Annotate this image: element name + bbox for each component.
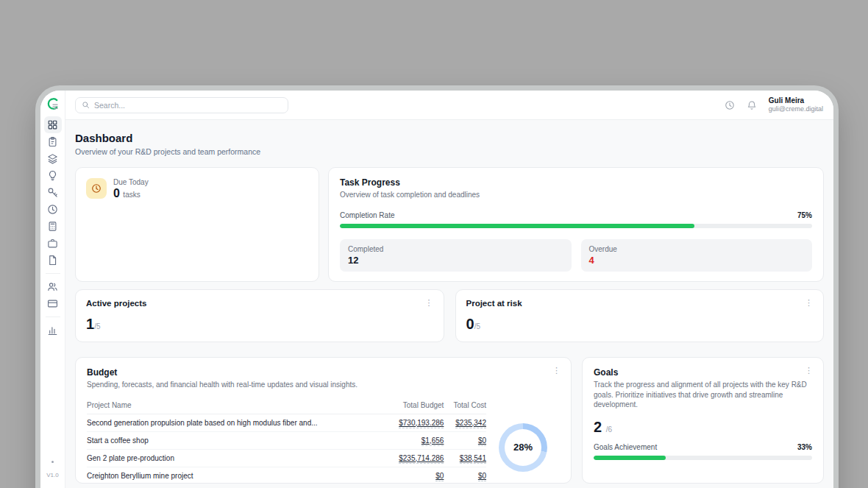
budget-title: Budget	[87, 367, 560, 378]
notifications-bell-icon[interactable]	[747, 100, 757, 110]
goals-value: 2 /6	[594, 419, 812, 436]
sidebar-item-analytics[interactable]	[44, 322, 62, 339]
column-total-budget: Total Budget	[385, 397, 444, 414]
budget-table: Project Name Total Budget Total Cost Sec…	[87, 397, 486, 484]
budget-card: Budget ⋮ Spending, forecasts, and financ…	[75, 357, 572, 484]
goals-progress-fill	[594, 456, 666, 460]
project-at-risk-title: Project at risk	[466, 299, 814, 308]
due-today-label: Due Today	[113, 178, 149, 186]
completed-box: Completed 12	[340, 239, 572, 272]
search-box[interactable]	[75, 97, 288, 113]
sidebar-item-team[interactable]	[44, 278, 62, 295]
budget-subtitle: Spending, forecasts, and financial healt…	[87, 380, 560, 390]
task-progress-subtitle: Overview of task completion and deadline…	[340, 190, 812, 200]
creme-logo-icon	[46, 97, 60, 110]
sidebar-item-resources[interactable]	[44, 184, 62, 201]
overdue-box: Overdue 4	[581, 239, 813, 272]
goals-progress-bar	[594, 456, 812, 460]
goals-achievement-label: Goals Achievement	[594, 443, 657, 451]
project-name-cell: Creighton Beryllium mine project	[87, 467, 385, 484]
table-row[interactable]: Gen 2 plate pre-production $235,714.286 …	[87, 449, 486, 467]
tasks-clipboard-icon	[47, 136, 58, 147]
completed-label: Completed	[348, 245, 563, 253]
sidebar-item-ideas[interactable]	[44, 167, 62, 184]
sidebar-item-portfolio[interactable]	[44, 235, 62, 252]
main-area: Guli Meira guli@creme.digital Dashboard …	[65, 91, 833, 488]
sidebar-item-dashboard[interactable]	[44, 116, 62, 133]
user-menu[interactable]: Guli Meira guli@creme.digital	[769, 96, 823, 114]
dashboard-grid-icon	[47, 119, 58, 130]
table-row[interactable]: Second generation propulsion plate based…	[87, 414, 486, 431]
completion-rate-percent: 75%	[797, 211, 812, 219]
total-budget-value[interactable]: $235,714.286	[399, 454, 444, 464]
sidebar-item-tasks[interactable]	[44, 133, 62, 150]
app-version: V1.0	[40, 472, 65, 478]
total-budget-value[interactable]: $1,656	[421, 436, 444, 446]
idea-lightbulb-icon	[47, 170, 58, 181]
sidebar-item-billing[interactable]	[44, 295, 62, 312]
time-clock-icon	[47, 204, 58, 215]
total-cost-value[interactable]: $235,342	[455, 419, 486, 428]
search-input[interactable]	[94, 101, 282, 110]
due-today-icon-box	[86, 178, 107, 199]
sidebar: V1.0	[40, 91, 65, 488]
search-icon	[82, 101, 90, 109]
total-cost-value[interactable]: $38,541	[460, 454, 486, 464]
sidebar-divider	[46, 273, 60, 274]
completion-progress-fill	[340, 224, 694, 228]
total-budget-value[interactable]: $730,193.286	[399, 419, 444, 428]
kebab-menu-icon[interactable]: ⋮	[802, 297, 816, 308]
project-name-cell: Start a coffee shop	[87, 431, 385, 449]
dashboard-content: Dashboard Overview of your R&D projects …	[65, 120, 833, 488]
goals-subtitle: Track the progress and alignment of all …	[594, 380, 812, 410]
collapse-dot-icon[interactable]	[51, 461, 54, 463]
budget-donut-percent: 28%	[505, 429, 541, 466]
budget-donut-chart: 28%	[499, 423, 547, 472]
completion-progress-bar	[340, 224, 812, 228]
sidebar-item-documents[interactable]	[44, 252, 62, 269]
briefcase-icon	[47, 238, 58, 249]
total-cost-value[interactable]: $0	[478, 472, 486, 481]
goals-total: /6	[606, 425, 612, 434]
kebab-menu-icon[interactable]: ⋮	[422, 297, 436, 308]
project-at-risk-total: /5	[474, 322, 480, 330]
table-row[interactable]: Creighton Beryllium mine project $0 $0	[87, 467, 486, 484]
kebab-menu-icon[interactable]: ⋮	[802, 365, 816, 376]
page-subtitle: Overview of your R&D projects and team p…	[75, 147, 824, 156]
document-icon	[47, 255, 58, 266]
active-projects-value: 1/5	[86, 316, 433, 333]
kebab-menu-icon[interactable]: ⋮	[549, 365, 563, 376]
table-row[interactable]: Start a coffee shop $1,656 $0	[87, 431, 486, 449]
sidebar-item-layers[interactable]	[44, 150, 62, 167]
active-projects-card: Active projects ⋮ 1/5	[75, 289, 444, 342]
task-progress-title: Task Progress	[340, 177, 812, 188]
sidebar-footer: V1.0	[40, 461, 65, 478]
analytics-chart-icon	[47, 325, 58, 336]
due-today-unit: tasks	[123, 191, 140, 199]
project-name-cell: Second generation propulsion plate based…	[87, 414, 385, 431]
active-projects-title: Active projects	[86, 299, 433, 308]
app-window: V1.0	[40, 91, 833, 488]
completion-rate-label: Completion Rate	[340, 211, 394, 219]
active-projects-total: /5	[94, 322, 100, 330]
topbar: Guli Meira guli@creme.digital	[65, 91, 833, 120]
goals-card: Goals ⋮ Track the progress and alignment…	[582, 357, 824, 484]
layers-icon	[47, 153, 58, 164]
overdue-value: 4	[589, 255, 805, 266]
goals-achievement-percent: 33%	[797, 443, 812, 451]
overdue-label: Overdue	[589, 245, 805, 253]
due-clock-icon	[91, 183, 102, 194]
due-today-card: Due Today 0 tasks	[75, 167, 319, 282]
team-users-icon	[47, 281, 58, 292]
history-clock-icon[interactable]	[725, 100, 735, 110]
sidebar-item-calculator[interactable]	[44, 218, 62, 235]
total-cost-value[interactable]: $0	[478, 436, 486, 446]
budget-header-row: Project Name Total Budget Total Cost	[87, 397, 486, 414]
billing-card-icon	[47, 298, 58, 309]
project-at-risk-card: Project at risk ⋮ 0/5	[455, 289, 825, 342]
column-project-name: Project Name	[87, 397, 385, 414]
sidebar-item-time[interactable]	[44, 201, 62, 218]
total-budget-value[interactable]: $0	[435, 472, 444, 481]
completed-value: 12	[348, 255, 563, 266]
task-progress-card: Task Progress Overview of task completio…	[328, 167, 824, 282]
